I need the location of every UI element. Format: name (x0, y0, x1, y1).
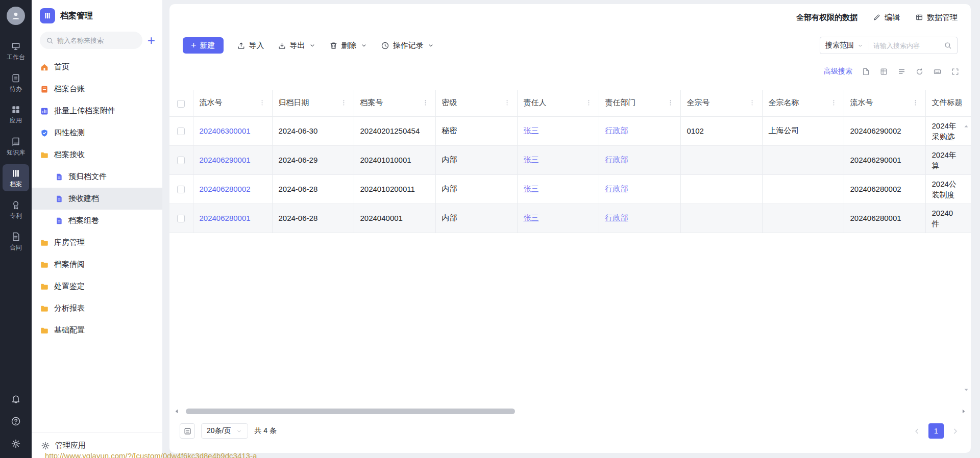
table-row[interactable]: 202406280002 2024-06-28 2024010200011 内部… (169, 174, 971, 203)
operation-records-button[interactable]: 操作记录 (381, 41, 434, 50)
serial-link[interactable]: 202406280001 (200, 214, 251, 222)
new-record-button[interactable]: +新建 (183, 37, 224, 54)
search-scope-dropdown[interactable]: 搜索范围 (820, 41, 869, 50)
serial-link[interactable]: 202406300001 (200, 126, 251, 135)
owner-link[interactable]: 张三 (524, 213, 539, 222)
scrollbar-thumb[interactable] (186, 409, 515, 414)
column-header-serial[interactable]: 流水号 (193, 90, 272, 116)
settings-gear-icon[interactable] (11, 439, 21, 449)
dept-link[interactable]: 行政部 (605, 213, 628, 222)
cell-secrecy: 内部 (435, 203, 517, 233)
rail-item-knowledge[interactable]: 知识库 (3, 133, 29, 160)
column-header-fonds-no[interactable]: 全宗号 (680, 90, 762, 116)
sidebar-item-disposal[interactable]: 处置鉴定 (32, 275, 162, 297)
advanced-search-link[interactable]: 高级搜索 (824, 67, 852, 76)
table-header-row: 流水号 归档日期 档案号 密级 责任人 责任部门 全宗号 全宗名称 流水号 文件… (169, 90, 971, 116)
sidebar-item-reports[interactable]: 分析报表 (32, 297, 162, 319)
chevron-down-icon (309, 42, 316, 49)
data-manage-button[interactable]: 数据管理 (915, 13, 958, 22)
horizontal-scrollbar[interactable] (173, 407, 968, 416)
dept-link[interactable]: 行政部 (605, 184, 628, 193)
column-menu-icon[interactable] (258, 99, 266, 107)
next-page-icon[interactable] (951, 427, 960, 436)
scroll-left-icon[interactable] (174, 408, 180, 415)
export-button[interactable]: 导出 (278, 41, 316, 50)
table-row[interactable]: 202406290001 2024-06-29 202401010001 内部 … (169, 145, 971, 174)
sidebar-item-receive-filing[interactable]: 接收建档 (32, 188, 162, 210)
row-checkbox[interactable] (177, 157, 185, 164)
delete-button[interactable]: 删除 (329, 41, 368, 50)
rail-item-contract[interactable]: 合同 (3, 227, 29, 255)
scroll-right-icon[interactable] (960, 408, 967, 415)
record-detail-button[interactable] (180, 423, 195, 439)
column-menu-icon[interactable] (422, 99, 429, 107)
help-icon[interactable] (11, 416, 21, 426)
rail-item-patent[interactable]: 专利 (3, 196, 29, 223)
column-header-archive-date[interactable]: 归档日期 (272, 90, 354, 116)
column-header-fonds-name[interactable]: 全宗名称 (762, 90, 844, 116)
sidebar-item-warehouse[interactable]: 库房管理 (32, 232, 162, 253)
table-search-input[interactable] (869, 42, 943, 49)
select-all-checkbox[interactable] (177, 100, 185, 108)
rail-item-apps[interactable]: 应用 (3, 100, 29, 128)
pivot-view-icon[interactable] (879, 67, 888, 76)
dept-link[interactable]: 行政部 (605, 155, 628, 164)
bell-icon[interactable] (11, 394, 21, 404)
sidebar-item-pre-archive-files[interactable]: 预归档文件 (32, 166, 162, 188)
scroll-down-icon[interactable] (963, 387, 969, 393)
sidebar-search-box[interactable] (40, 32, 142, 49)
owner-link[interactable]: 张三 (524, 155, 539, 164)
column-header-file-title[interactable]: 文件标题 (925, 90, 971, 116)
column-header-secrecy[interactable]: 密级 (435, 90, 517, 116)
export-sheet-icon[interactable] (862, 67, 870, 76)
sidebar-item-four-checks[interactable]: 四性检测 (32, 122, 162, 144)
sidebar-item-basic-config[interactable]: 基础配置 (32, 319, 162, 341)
table-row[interactable]: 202406300001 2024-06-30 20240201250454 秘… (169, 116, 971, 145)
page-number-button[interactable]: 1 (928, 423, 944, 439)
manage-app-button[interactable]: 管理应用 (32, 432, 162, 458)
column-header-archive-no[interactable]: 档案号 (354, 90, 435, 116)
document-icon (55, 217, 63, 225)
table-row[interactable]: 202406280001 2024-06-28 2024040001 内部 张三… (169, 203, 971, 233)
column-header-owner[interactable]: 责任人 (517, 90, 599, 116)
column-menu-icon[interactable] (503, 99, 511, 107)
owner-link[interactable]: 张三 (524, 184, 539, 193)
column-menu-icon[interactable] (748, 99, 756, 107)
import-button[interactable]: 导入 (237, 41, 264, 50)
column-menu-icon[interactable] (667, 99, 674, 107)
rail-item-todo[interactable]: 待办 (3, 69, 29, 96)
column-menu-icon[interactable] (340, 99, 348, 107)
row-checkbox[interactable] (177, 128, 185, 135)
page-size-select[interactable]: 20条/页 (201, 423, 248, 439)
rail-item-workbench[interactable]: 工作台 (3, 37, 29, 64)
column-menu-icon[interactable] (912, 99, 919, 107)
column-menu-icon[interactable] (830, 99, 838, 107)
row-density-icon[interactable] (897, 67, 906, 76)
serial-link[interactable]: 202406290001 (200, 156, 251, 164)
sidebar-search-input[interactable] (57, 37, 136, 44)
sidebar-item-home[interactable]: 首页 (32, 56, 162, 78)
fullscreen-icon[interactable] (951, 67, 960, 76)
user-avatar[interactable] (7, 7, 25, 25)
rail-item-archive[interactable]: 档案 (3, 164, 29, 191)
owner-link[interactable]: 张三 (524, 126, 539, 135)
sidebar-item-archive-binding[interactable]: 档案组卷 (32, 210, 162, 232)
dept-link[interactable]: 行政部 (605, 126, 628, 135)
sidebar-item-batch-upload[interactable]: 批量上传档案附件 (32, 100, 162, 122)
row-checkbox[interactable] (177, 186, 185, 193)
keyboard-icon[interactable] (933, 67, 942, 76)
search-submit-icon[interactable] (943, 41, 957, 49)
serial-link[interactable]: 202406280002 (200, 185, 251, 193)
edit-button[interactable]: 编辑 (873, 13, 900, 22)
sidebar-item-archive-ledger[interactable]: 档案台账 (32, 78, 162, 100)
column-menu-icon[interactable] (585, 99, 593, 107)
add-button[interactable]: + (148, 35, 155, 46)
column-header-dept[interactable]: 责任部门 (599, 90, 680, 116)
row-checkbox[interactable] (177, 215, 185, 222)
scroll-up-icon[interactable] (963, 123, 969, 130)
prev-page-icon[interactable] (913, 427, 921, 436)
sidebar-item-borrow[interactable]: 档案借阅 (32, 253, 162, 275)
column-header-serial2[interactable]: 流水号 (844, 90, 925, 116)
sidebar-item-archive-receive[interactable]: 档案接收 (32, 144, 162, 166)
refresh-icon[interactable] (915, 67, 924, 76)
